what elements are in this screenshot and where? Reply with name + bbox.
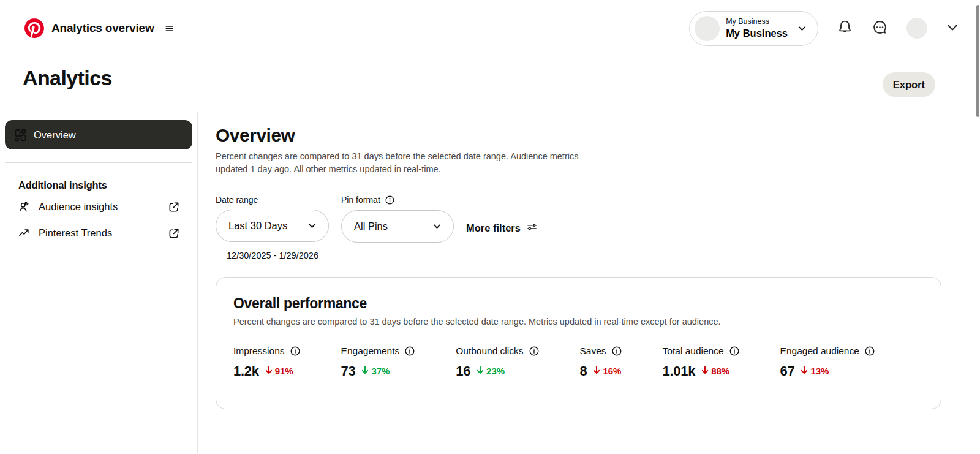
info-icon[interactable]: [290, 346, 301, 357]
more-filters-label: More filters: [466, 222, 521, 234]
scrollbar[interactable]: [976, 5, 979, 117]
metric-change: 16%: [592, 365, 621, 377]
chevron-down-icon: [946, 21, 959, 36]
top-bar-left: Analytics overview: [24, 18, 175, 38]
export-button[interactable]: Export: [883, 72, 935, 97]
sidebar-link-label: Audience insights: [39, 201, 118, 213]
metric-change: 23%: [475, 365, 505, 377]
sidebar-link-label: Pinterest Trends: [39, 227, 112, 239]
user-avatar[interactable]: [907, 18, 927, 39]
date-range-dropdown[interactable]: Last 30 Days: [216, 210, 329, 242]
metric-label: Engagements: [341, 346, 400, 357]
metric-label: Engaged audience: [780, 346, 859, 357]
info-icon[interactable]: [864, 346, 875, 357]
down-arrow-icon: [475, 365, 485, 377]
chevron-down-icon: [797, 24, 807, 33]
sidebar-item-audience-insights[interactable]: Audience insights: [5, 194, 192, 220]
page-header: Analytics Export: [0, 56, 980, 112]
section-title: Overview: [216, 125, 941, 146]
more-filters-button[interactable]: More filters: [466, 221, 538, 236]
messages-button[interactable]: [872, 19, 888, 37]
metric-value: 16: [456, 363, 470, 379]
sidebar: Overview Additional insights Audience in…: [0, 112, 198, 453]
content-area: Overview Additional insights Audience in…: [0, 112, 980, 453]
business-account-switcher[interactable]: My Business My Business: [689, 11, 818, 46]
metric-value: 1.2k: [233, 363, 259, 379]
pin-format-filter: Pin format All Pins: [341, 195, 454, 260]
menu-icon[interactable]: [164, 23, 175, 34]
metric-label: Total audience: [663, 346, 724, 357]
pinterest-analytics-app: Analytics overview My Business My Busine…: [0, 0, 980, 454]
account-name: My Business: [726, 27, 788, 40]
down-arrow-icon: [700, 365, 710, 377]
chevron-down-icon: [432, 222, 442, 231]
metric-change: 13%: [799, 365, 829, 377]
page-title: Analytics: [23, 66, 112, 90]
overview-grid-icon: [13, 128, 27, 142]
date-range-value: Last 30 Days: [228, 220, 287, 232]
external-link-icon: [168, 227, 180, 240]
card-subtitle: Percent changes are compared to 31 days …: [233, 317, 924, 327]
top-bar-right: My Business My Business: [689, 11, 959, 46]
pin-format-label: Pin format: [341, 195, 380, 205]
account-text: My Business My Business: [726, 17, 788, 39]
notifications-button[interactable]: [837, 19, 853, 37]
down-arrow-icon: [264, 365, 274, 377]
metric-label: Outbound clicks: [456, 346, 523, 357]
sidebar-item-pinterest-trends[interactable]: Pinterest Trends: [5, 220, 192, 246]
external-link-icon: [168, 201, 180, 213]
metric-impressions: Impressions 1.2k 91%: [233, 346, 301, 379]
down-arrow-icon: [799, 365, 809, 377]
top-bar: Analytics overview My Business My Busine…: [0, 0, 980, 56]
metric-label: Impressions: [233, 346, 285, 357]
metric-value: 1.01k: [663, 363, 696, 379]
trending-arrow-icon: [18, 227, 31, 240]
metric-saves: Saves 8 16%: [580, 346, 622, 379]
chat-ellipsis-icon: [872, 19, 888, 37]
sliders-icon: [526, 221, 538, 235]
sidebar-divider: [5, 162, 192, 163]
account-type-label: My Business: [726, 17, 769, 27]
main-panel: Overview Percent changes are compared to…: [198, 112, 980, 453]
metric-value: 73: [341, 363, 356, 379]
sidebar-item-overview[interactable]: Overview: [5, 120, 192, 149]
card-title: Overall performance: [233, 295, 924, 312]
date-range-label: Date range: [216, 195, 329, 205]
metric-total-audience: Total audience 1.01k 88%: [663, 346, 740, 379]
metric-change: 91%: [264, 365, 293, 377]
sidebar-section-title: Additional insights: [18, 180, 184, 191]
metric-change: 37%: [360, 365, 390, 377]
pin-format-dropdown[interactable]: All Pins: [341, 210, 454, 243]
info-icon[interactable]: [611, 346, 622, 357]
accounts-menu-button[interactable]: [946, 21, 959, 36]
app-title: Analytics overview: [51, 21, 154, 35]
pinterest-logo-icon[interactable]: [24, 18, 44, 38]
down-arrow-icon: [360, 365, 370, 377]
filters-row: Date range Last 30 Days 12/30/2025 - 1/2…: [216, 195, 941, 260]
metric-engagements: Engagements 73 37%: [341, 346, 416, 379]
metric-change: 88%: [700, 365, 729, 377]
audience-person-icon: [18, 200, 31, 213]
date-range-note: 12/30/2025 - 1/29/2026: [227, 251, 329, 260]
info-icon[interactable]: [729, 346, 740, 357]
info-icon[interactable]: [529, 346, 540, 357]
overall-performance-card: Overall performance Percent changes are …: [216, 277, 941, 409]
metrics-row: Impressions 1.2k 91%: [233, 346, 924, 379]
info-icon[interactable]: [404, 346, 415, 357]
metric-outbound-clicks: Outbound clicks 16 23%: [456, 346, 539, 379]
metric-engaged-audience: Engaged audience 67 13%: [780, 346, 875, 379]
section-description: Percent changes are compared to 31 days …: [216, 150, 583, 176]
metric-label: Saves: [580, 346, 606, 357]
sidebar-item-label: Overview: [34, 129, 76, 141]
metric-value: 8: [580, 363, 587, 379]
date-range-filter: Date range Last 30 Days 12/30/2025 - 1/2…: [216, 195, 329, 260]
metric-value: 67: [780, 363, 795, 379]
down-arrow-icon: [592, 365, 601, 377]
business-avatar: [695, 16, 720, 41]
pin-format-value: All Pins: [354, 221, 388, 232]
bell-icon: [837, 19, 853, 37]
chevron-down-icon: [307, 221, 317, 230]
info-icon[interactable]: [385, 195, 395, 205]
